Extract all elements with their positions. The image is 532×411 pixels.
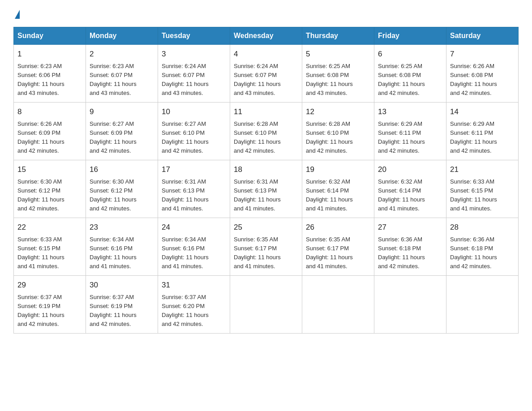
day-info: Sunrise: 6:23 AMSunset: 6:06 PMDaylight:…	[17, 62, 82, 98]
day-info: Sunrise: 6:27 AMSunset: 6:10 PMDaylight:…	[162, 120, 226, 156]
day-number: 8	[17, 106, 82, 118]
calendar-day-cell: 8Sunrise: 6:26 AMSunset: 6:09 PMDaylight…	[14, 103, 86, 160]
day-number: 13	[378, 106, 442, 118]
day-number: 4	[234, 48, 298, 60]
day-number: 19	[306, 164, 370, 176]
day-number: 7	[450, 48, 515, 60]
calendar-day-cell: 17Sunrise: 6:31 AMSunset: 6:13 PMDayligh…	[158, 160, 230, 218]
day-info: Sunrise: 6:30 AMSunset: 6:12 PMDaylight:…	[90, 177, 154, 214]
day-number: 15	[17, 164, 82, 176]
calendar-day-cell: 6Sunrise: 6:25 AMSunset: 6:08 PMDaylight…	[374, 45, 446, 103]
calendar-day-cell: 9Sunrise: 6:27 AMSunset: 6:09 PMDaylight…	[86, 103, 158, 160]
calendar-day-cell: 18Sunrise: 6:31 AMSunset: 6:13 PMDayligh…	[230, 160, 302, 218]
day-number: 22	[17, 222, 82, 233]
calendar-day-cell: 4Sunrise: 6:24 AMSunset: 6:07 PMDaylight…	[230, 45, 302, 103]
calendar-day-cell	[230, 276, 302, 334]
calendar-day-cell	[374, 276, 446, 334]
day-number: 12	[306, 106, 370, 118]
day-info: Sunrise: 6:32 AMSunset: 6:14 PMDaylight:…	[306, 177, 370, 214]
weekday-header-sunday: Sunday	[14, 27, 86, 45]
day-info: Sunrise: 6:35 AMSunset: 6:17 PMDaylight:…	[306, 235, 370, 271]
day-info: Sunrise: 6:25 AMSunset: 6:08 PMDaylight:…	[378, 62, 442, 98]
day-info: Sunrise: 6:23 AMSunset: 6:07 PMDaylight:…	[90, 62, 154, 98]
day-info: Sunrise: 6:24 AMSunset: 6:07 PMDaylight:…	[234, 62, 298, 98]
day-number: 21	[450, 164, 515, 176]
calendar-day-cell: 1Sunrise: 6:23 AMSunset: 6:06 PMDaylight…	[14, 45, 86, 103]
calendar-day-cell: 2Sunrise: 6:23 AMSunset: 6:07 PMDaylight…	[86, 45, 158, 103]
calendar-day-cell: 10Sunrise: 6:27 AMSunset: 6:10 PMDayligh…	[158, 103, 230, 160]
day-info: Sunrise: 6:37 AMSunset: 6:19 PMDaylight:…	[90, 293, 154, 329]
calendar-week-row: 22Sunrise: 6:33 AMSunset: 6:15 PMDayligh…	[14, 218, 519, 276]
day-number: 17	[162, 164, 226, 176]
day-number: 23	[90, 222, 154, 233]
calendar-day-cell: 21Sunrise: 6:33 AMSunset: 6:15 PMDayligh…	[446, 160, 519, 218]
day-number: 11	[234, 106, 298, 118]
calendar-day-cell: 25Sunrise: 6:35 AMSunset: 6:17 PMDayligh…	[230, 218, 302, 276]
weekday-header-tuesday: Tuesday	[158, 27, 230, 45]
day-info: Sunrise: 6:36 AMSunset: 6:18 PMDaylight:…	[378, 235, 442, 271]
calendar-day-cell: 27Sunrise: 6:36 AMSunset: 6:18 PMDayligh…	[374, 218, 446, 276]
day-info: Sunrise: 6:29 AMSunset: 6:11 PMDaylight:…	[450, 120, 515, 156]
calendar-day-cell	[446, 276, 519, 334]
day-number: 2	[90, 48, 154, 60]
calendar-day-cell: 7Sunrise: 6:26 AMSunset: 6:08 PMDaylight…	[446, 45, 519, 103]
day-info: Sunrise: 6:36 AMSunset: 6:18 PMDaylight:…	[450, 235, 515, 271]
day-info: Sunrise: 6:33 AMSunset: 6:15 PMDaylight:…	[17, 235, 82, 271]
day-number: 26	[306, 222, 370, 233]
day-info: Sunrise: 6:26 AMSunset: 6:08 PMDaylight:…	[450, 62, 515, 98]
calendar-day-cell: 14Sunrise: 6:29 AMSunset: 6:11 PMDayligh…	[446, 103, 519, 160]
day-info: Sunrise: 6:31 AMSunset: 6:13 PMDaylight:…	[234, 177, 298, 214]
calendar-day-cell: 15Sunrise: 6:30 AMSunset: 6:12 PMDayligh…	[14, 160, 86, 218]
day-number: 31	[162, 279, 226, 291]
calendar-week-row: 8Sunrise: 6:26 AMSunset: 6:09 PMDaylight…	[14, 103, 519, 160]
calendar-day-cell: 13Sunrise: 6:29 AMSunset: 6:11 PMDayligh…	[374, 103, 446, 160]
day-number: 20	[378, 164, 442, 176]
calendar-day-cell: 26Sunrise: 6:35 AMSunset: 6:17 PMDayligh…	[302, 218, 374, 276]
weekday-header-friday: Friday	[374, 27, 446, 45]
day-info: Sunrise: 6:30 AMSunset: 6:12 PMDaylight:…	[17, 177, 82, 214]
day-info: Sunrise: 6:29 AMSunset: 6:11 PMDaylight:…	[378, 120, 442, 156]
calendar-day-cell: 28Sunrise: 6:36 AMSunset: 6:18 PMDayligh…	[446, 218, 519, 276]
calendar-week-row: 15Sunrise: 6:30 AMSunset: 6:12 PMDayligh…	[14, 160, 519, 218]
calendar-day-cell: 11Sunrise: 6:28 AMSunset: 6:10 PMDayligh…	[230, 103, 302, 160]
day-info: Sunrise: 6:34 AMSunset: 6:16 PMDaylight:…	[90, 235, 154, 271]
day-info: Sunrise: 6:26 AMSunset: 6:09 PMDaylight:…	[17, 120, 82, 156]
day-number: 14	[450, 106, 515, 118]
day-info: Sunrise: 6:37 AMSunset: 6:20 PMDaylight:…	[162, 293, 226, 329]
day-number: 25	[234, 222, 298, 233]
calendar-day-cell: 5Sunrise: 6:25 AMSunset: 6:08 PMDaylight…	[302, 45, 374, 103]
day-info: Sunrise: 6:27 AMSunset: 6:09 PMDaylight:…	[90, 120, 154, 156]
day-number: 1	[17, 48, 82, 60]
calendar-day-cell: 20Sunrise: 6:32 AMSunset: 6:14 PMDayligh…	[374, 160, 446, 218]
calendar-day-cell: 29Sunrise: 6:37 AMSunset: 6:19 PMDayligh…	[14, 276, 86, 334]
weekday-header-monday: Monday	[86, 27, 158, 45]
day-info: Sunrise: 6:33 AMSunset: 6:15 PMDaylight:…	[450, 177, 515, 214]
day-info: Sunrise: 6:24 AMSunset: 6:07 PMDaylight:…	[162, 62, 226, 98]
day-number: 6	[378, 48, 442, 60]
calendar-day-cell: 24Sunrise: 6:34 AMSunset: 6:16 PMDayligh…	[158, 218, 230, 276]
weekday-header-saturday: Saturday	[446, 27, 519, 45]
day-info: Sunrise: 6:31 AMSunset: 6:13 PMDaylight:…	[162, 177, 226, 214]
calendar-day-cell: 12Sunrise: 6:28 AMSunset: 6:10 PMDayligh…	[302, 103, 374, 160]
weekday-header-thursday: Thursday	[302, 27, 374, 45]
day-info: Sunrise: 6:28 AMSunset: 6:10 PMDaylight:…	[306, 120, 370, 156]
day-info: Sunrise: 6:35 AMSunset: 6:17 PMDaylight:…	[234, 235, 298, 271]
calendar-day-cell: 3Sunrise: 6:24 AMSunset: 6:07 PMDaylight…	[158, 45, 230, 103]
day-info: Sunrise: 6:37 AMSunset: 6:19 PMDaylight:…	[17, 293, 82, 329]
calendar-table: SundayMondayTuesdayWednesdayThursdayFrid…	[13, 27, 519, 334]
day-number: 29	[17, 279, 82, 291]
weekday-header-wednesday: Wednesday	[230, 27, 302, 45]
day-number: 5	[306, 48, 370, 60]
day-info: Sunrise: 6:32 AMSunset: 6:14 PMDaylight:…	[378, 177, 442, 214]
day-number: 28	[450, 222, 515, 233]
day-number: 24	[162, 222, 226, 233]
day-number: 10	[162, 106, 226, 118]
logo	[13, 9, 20, 19]
calendar-week-row: 1Sunrise: 6:23 AMSunset: 6:06 PMDaylight…	[14, 45, 519, 103]
day-info: Sunrise: 6:25 AMSunset: 6:08 PMDaylight:…	[306, 62, 370, 98]
calendar-day-cell	[302, 276, 374, 334]
calendar-week-row: 29Sunrise: 6:37 AMSunset: 6:19 PMDayligh…	[14, 276, 519, 334]
day-number: 30	[90, 279, 154, 291]
day-number: 18	[234, 164, 298, 176]
calendar-day-cell: 16Sunrise: 6:30 AMSunset: 6:12 PMDayligh…	[86, 160, 158, 218]
